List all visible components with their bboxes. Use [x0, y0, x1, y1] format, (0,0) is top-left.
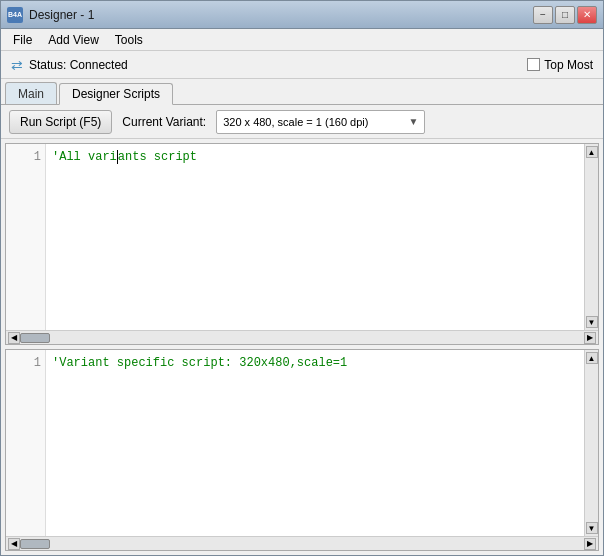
- top-most-label: Top Most: [544, 58, 593, 72]
- scrollbar-h-thumb-bottom[interactable]: [20, 539, 50, 549]
- top-most-checkbox-wrapper[interactable]: Top Most: [527, 58, 593, 72]
- scrollbar-h-thumb-top[interactable]: [20, 333, 50, 343]
- scrollbar-vertical-top[interactable]: ▲ ▼: [584, 144, 598, 330]
- script-toolbar: Run Script (F5) Current Variant: 320 x 4…: [1, 105, 603, 139]
- editors-container: 1 'All variants script ▲ ▼ ◀ ▶: [1, 139, 603, 555]
- scroll-right-icon[interactable]: ▶: [584, 332, 596, 344]
- line-numbers-bottom: 1: [6, 350, 46, 536]
- scrollbar-horizontal-top[interactable]: ◀ ▶: [6, 330, 598, 344]
- scroll-up-icon[interactable]: ▲: [586, 146, 598, 158]
- variant-specific-editor: 1 'Variant specific script: 320x480,scal…: [5, 349, 599, 551]
- menu-bar: File Add View Tools: [1, 29, 603, 51]
- scroll-right-bottom-icon[interactable]: ▶: [584, 538, 596, 550]
- scroll-down-bottom-icon[interactable]: ▼: [586, 522, 598, 534]
- dropdown-arrow-icon: ▼: [408, 116, 418, 127]
- maximize-button[interactable]: □: [555, 6, 575, 24]
- status-left: ⇄ Status: Connected: [11, 57, 128, 73]
- menu-file[interactable]: File: [5, 31, 40, 49]
- top-most-area: Top Most: [527, 58, 593, 72]
- top-most-checkbox[interactable]: [527, 58, 540, 71]
- close-button[interactable]: ✕: [577, 6, 597, 24]
- scrollbar-horizontal-bottom[interactable]: ◀ ▶: [6, 536, 598, 550]
- title-bar-left: B4A Designer - 1: [7, 7, 94, 23]
- app-icon: B4A: [7, 7, 23, 23]
- scroll-up-bottom-icon[interactable]: ▲: [586, 352, 598, 364]
- variant-label: Current Variant:: [122, 115, 206, 129]
- menu-tools[interactable]: Tools: [107, 31, 151, 49]
- title-buttons: − □ ✕: [533, 6, 597, 24]
- window-title: Designer - 1: [29, 8, 94, 22]
- scroll-down-icon[interactable]: ▼: [586, 316, 598, 328]
- variant-value: 320 x 480, scale = 1 (160 dpi): [223, 116, 368, 128]
- scroll-left-bottom-icon[interactable]: ◀: [8, 538, 20, 550]
- title-bar: B4A Designer - 1 − □ ✕: [1, 1, 603, 29]
- scrollbar-vertical-bottom[interactable]: ▲ ▼: [584, 350, 598, 536]
- connection-icon: ⇄: [11, 57, 23, 73]
- line-numbers-top: 1: [6, 144, 46, 330]
- status-text: Status: Connected: [29, 58, 128, 72]
- status-bar: ⇄ Status: Connected Top Most: [1, 51, 603, 79]
- run-script-button[interactable]: Run Script (F5): [9, 110, 112, 134]
- tab-bar: Main Designer Scripts: [1, 79, 603, 105]
- main-content: Run Script (F5) Current Variant: 320 x 4…: [1, 105, 603, 555]
- line-number-bottom-1: 1: [6, 354, 41, 372]
- code-area-bottom[interactable]: 'Variant specific script: 320x480,scale=…: [46, 350, 584, 536]
- scroll-left-icon[interactable]: ◀: [8, 332, 20, 344]
- all-variants-editor: 1 'All variants script ▲ ▼ ◀ ▶: [5, 143, 599, 345]
- code-area-top[interactable]: 'All variants script: [46, 144, 584, 330]
- main-window: B4A Designer - 1 − □ ✕ File Add View Too…: [0, 0, 604, 556]
- editor-inner-bottom: 1 'Variant specific script: 320x480,scal…: [6, 350, 598, 536]
- variant-dropdown[interactable]: 320 x 480, scale = 1 (160 dpi) ▼: [216, 110, 425, 134]
- editor-inner-top: 1 'All variants script ▲ ▼: [6, 144, 598, 330]
- minimize-button[interactable]: −: [533, 6, 553, 24]
- line-number-1: 1: [6, 148, 41, 166]
- all-variants-code: 'All variants script: [52, 150, 197, 164]
- tab-main[interactable]: Main: [5, 82, 57, 104]
- tab-designer-scripts[interactable]: Designer Scripts: [59, 83, 173, 105]
- variant-specific-code: 'Variant specific script: 320x480,scale=…: [52, 356, 347, 370]
- menu-add-view[interactable]: Add View: [40, 31, 106, 49]
